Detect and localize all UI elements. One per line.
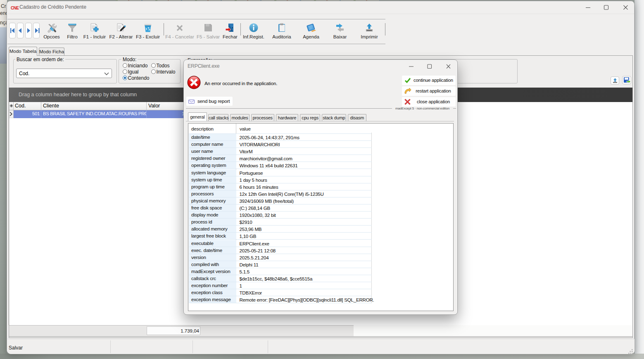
svg-text:CNE: CNE [11,6,19,10]
